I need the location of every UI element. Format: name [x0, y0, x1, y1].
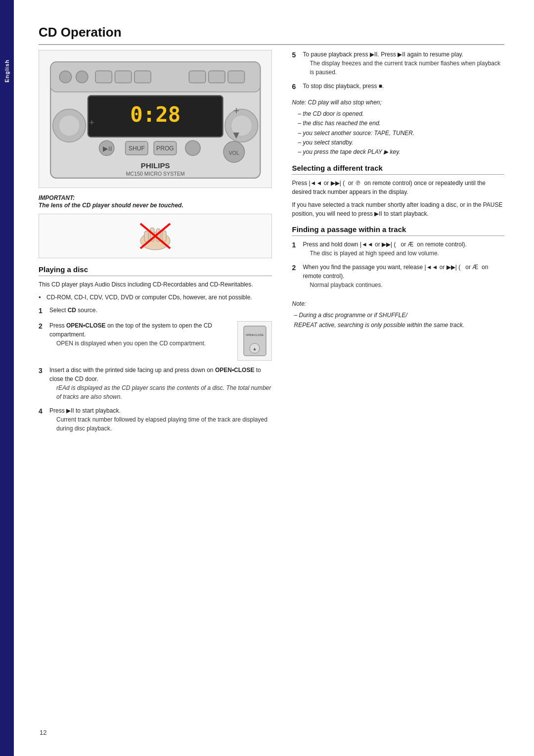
language-tab: English [0, 0, 14, 756]
playing-a-disc-title: Playing a disc [39, 265, 272, 276]
selecting-track-title: Selecting a different track [292, 164, 504, 175]
language-label: English [4, 59, 10, 83]
important-box: IMPORTANT: The lens of the CD player sho… [39, 194, 272, 209]
step-1-content: Select CD source. [49, 306, 272, 316]
step-2-text: Press OPEN•CLOSE on the top of the syste… [49, 321, 232, 348]
finding-step-2-number: 2 [292, 263, 303, 289]
svg-point-3 [76, 71, 88, 83]
important-label: IMPORTANT: [39, 194, 75, 201]
note-item-3: you select another source: TAPE, TUNER. [298, 129, 504, 138]
finding-note-block: Note: – During a disc programme or if SH… [292, 299, 504, 330]
main-content: CD Operation [14, 0, 534, 756]
svg-text:▲: ▲ [253, 346, 257, 351]
step-3-number: 3 [39, 366, 49, 401]
bullet-item: CD-ROM, CD-I, CDV, VCD, DVD or computer … [39, 293, 272, 302]
step-5-content: To pause playback press ▶II. Press ▶II a… [303, 50, 504, 77]
svg-rect-31 [144, 231, 148, 242]
two-column-layout: 0:28 ▶II SHUF PROG [39, 50, 504, 438]
finding-step-2-content: When you find the passage you want, rele… [303, 263, 504, 289]
step-1-number: 1 [39, 306, 49, 316]
finding-step-1: 1 Press and hold down |◄◄ or ▶▶| ( or Æ … [292, 240, 504, 258]
step-1: 1 Select CD source. [39, 306, 272, 316]
svg-rect-34 [162, 231, 166, 241]
step-3: 3 Insert a disc with the printed side fa… [39, 366, 272, 401]
note-item-2: the disc has reached the end. [298, 119, 504, 128]
step-4: 4 Press ▶II to start playback. Current t… [39, 406, 272, 433]
svg-text:VOL: VOL [229, 150, 239, 156]
playing-disc-intro: This CD player plays Audio Discs includi… [39, 280, 272, 289]
finding-step-1-number: 1 [292, 240, 303, 258]
svg-point-13 [59, 115, 80, 136]
step-4-content: Press ▶II to start playback. Current tra… [49, 406, 272, 433]
svg-text:MC150 MICRO SYSTEM: MC150 MICRO SYSTEM [126, 171, 185, 177]
svg-rect-7 [189, 71, 205, 83]
svg-text:SHUF: SHUF [129, 145, 145, 152]
cd-player-svg: 0:28 ▶II SHUF PROG [43, 54, 267, 182]
right-column: 5 To pause playback press ▶II. Press ▶II… [292, 50, 504, 438]
finding-note-content: – During a disc programme or if SHUFFLE/… [294, 311, 504, 330]
step-6-content: To stop disc playback, press ■. [303, 82, 504, 92]
playing-disc-steps: 1 Select CD source. 2 Press OPEN•CLOSE o… [39, 306, 272, 433]
svg-text:▼: ▼ [231, 129, 241, 141]
svg-point-19 [185, 141, 200, 155]
step-4-number: 4 [39, 406, 49, 433]
svg-rect-4 [95, 71, 112, 83]
step-2: 2 Press OPEN•CLOSE on the top of the sys… [39, 321, 272, 361]
selecting-track-sub: If you have selected a track number shor… [292, 200, 504, 218]
svg-rect-9 [228, 71, 244, 83]
note-item-5: you press the tape deck PLAY ▶ key. [298, 147, 504, 157]
step-2-with-image: Press OPEN•CLOSE on the top of the syste… [49, 321, 272, 361]
finding-step-1-content: Press and hold down |◄◄ or ▶▶| ( or Æ on… [303, 240, 504, 258]
note-item-4: you select standby. [298, 138, 504, 147]
stop-note-list: the CD door is opened. the disc has reac… [292, 109, 504, 157]
svg-rect-8 [209, 71, 225, 83]
step-2-number: 2 [39, 321, 49, 361]
svg-rect-6 [134, 71, 151, 83]
step-5: 5 To pause playback press ▶II. Press ▶II… [292, 50, 504, 77]
stop-note-block: Note: CD play will also stop when; the C… [292, 98, 504, 157]
step-6-number: 6 [292, 82, 303, 92]
lens-svg [126, 219, 185, 253]
cd-player-image: 0:28 ▶II SHUF PROG [39, 50, 272, 188]
page-number: 12 [40, 729, 46, 736]
finding-note-label: Note: [292, 299, 504, 309]
pause-section: 5 To pause playback press ▶II. Press ▶II… [292, 50, 504, 157]
finding-passage-title: Finding a passage within a track [292, 225, 504, 236]
svg-text:+: + [233, 105, 239, 116]
svg-text:+: + [89, 118, 94, 128]
step-2-content: Press OPEN•CLOSE on the top of the syste… [49, 321, 272, 361]
open-close-svg: OPEN•CLOSE ▲ [241, 324, 268, 358]
page: English CD Operation [0, 0, 534, 756]
svg-text:PHILIPS: PHILIPS [141, 161, 170, 170]
left-column: 0:28 ▶II SHUF PROG [39, 50, 272, 438]
selecting-track-text: Press |◄◄ or ▶▶| ( or ℗ on remote contro… [292, 179, 504, 196]
step-3-content: Insert a disc with the printed side faci… [49, 366, 272, 401]
svg-point-2 [59, 71, 71, 83]
stop-note-label: Note: CD play will also stop when; [292, 98, 504, 107]
svg-rect-5 [115, 71, 131, 83]
svg-text:OPEN•CLOSE: OPEN•CLOSE [246, 333, 264, 336]
svg-text:PROG: PROG [156, 145, 174, 152]
svg-text:0:28: 0:28 [130, 102, 180, 127]
playing-disc-bullet-list: CD-ROM, CD-I, CDV, VCD, DVD or computer … [39, 293, 272, 302]
finding-passage-steps: 1 Press and hold down |◄◄ or ▶▶| ( or Æ … [292, 240, 504, 289]
page-title: CD Operation [39, 25, 504, 45]
lens-image [39, 214, 272, 258]
note-item-1: the CD door is opened. [298, 109, 504, 119]
step-6: 6 To stop disc playback, press ■. [292, 82, 504, 92]
finding-step-2: 2 When you find the passage you want, re… [292, 263, 504, 289]
step-5-number: 5 [292, 50, 303, 77]
open-close-button-image: OPEN•CLOSE ▲ [237, 321, 272, 361]
svg-text:▶II: ▶II [103, 145, 112, 152]
important-text: The lens of the CD player should never b… [39, 202, 183, 209]
